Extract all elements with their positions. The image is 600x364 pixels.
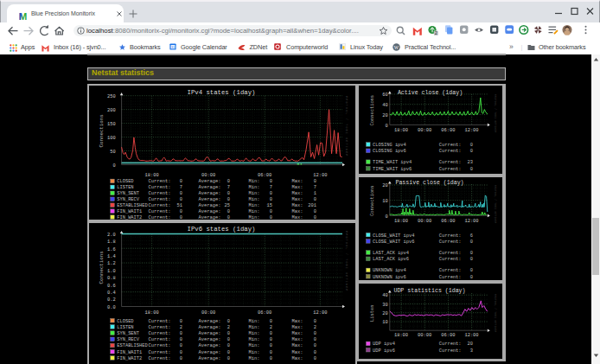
svg-text:06:00: 06:00 <box>441 128 455 133</box>
svg-text:0: 0 <box>386 124 388 129</box>
svg-text:SYN_RECV: SYN_RECV <box>117 197 140 202</box>
svg-text:Max:: Max: <box>292 215 303 220</box>
svg-text:Average:: Average: <box>199 325 221 330</box>
svg-text:18:00: 18:00 <box>145 173 159 178</box>
svg-text:06:00: 06:00 <box>441 333 455 338</box>
svg-text:0: 0 <box>180 350 182 355</box>
svg-text:0: 0 <box>314 331 316 336</box>
svg-text:30: 30 <box>382 303 387 308</box>
svg-text:0: 0 <box>314 197 316 202</box>
svg-text:1: 1 <box>314 191 316 196</box>
svg-text:0: 0 <box>227 209 230 214</box>
svg-text:Max:: Max: <box>292 185 303 190</box>
svg-text:00:00: 00:00 <box>418 128 431 133</box>
svg-text:12:00: 12:00 <box>464 333 478 338</box>
svg-text:Min:: Min: <box>249 350 260 355</box>
svg-text:0: 0 <box>470 268 473 273</box>
svg-text:150: 150 <box>107 122 116 127</box>
svg-text:CLOSING ipv6: CLOSING ipv6 <box>373 149 406 154</box>
svg-text:0: 0 <box>314 319 316 324</box>
svg-text:201: 201 <box>308 203 316 208</box>
svg-text:2: 2 <box>180 325 182 330</box>
svg-text:0: 0 <box>270 337 272 342</box>
svg-text:12:00: 12:00 <box>464 219 478 224</box>
svg-text:Max:: Max: <box>292 203 303 208</box>
svg-text:Current:: Current: <box>149 197 171 202</box>
svg-text:20: 20 <box>468 342 473 347</box>
svg-text:100: 100 <box>107 136 116 141</box>
svg-text:TIME_WAIT ipv6: TIME_WAIT ipv6 <box>373 167 412 172</box>
svg-text:0: 0 <box>227 343 230 348</box>
svg-text:Current:: Current: <box>149 191 171 196</box>
svg-text:0: 0 <box>270 319 272 324</box>
svg-text:Current:: Current: <box>149 331 171 336</box>
svg-text:0: 0 <box>180 215 182 220</box>
svg-text:0.4: 0.4 <box>107 291 116 296</box>
svg-text:LISTEN: LISTEN <box>117 185 133 190</box>
svg-text:Min:: Min: <box>249 215 260 220</box>
svg-text:0: 0 <box>314 209 316 214</box>
svg-text:0: 0 <box>227 179 230 184</box>
svg-text:06:00: 06:00 <box>258 310 271 316</box>
svg-text:7: 7 <box>314 185 316 190</box>
svg-text:Average:: Average: <box>199 319 221 324</box>
svg-text:0: 0 <box>314 356 316 361</box>
svg-text:12:00: 12:00 <box>464 128 478 133</box>
svg-text:0: 0 <box>227 215 230 220</box>
svg-text:20: 20 <box>382 183 387 188</box>
svg-text:Connections: Connections <box>370 95 375 126</box>
svg-text:Min:: Min: <box>249 356 260 361</box>
svg-text:0: 0 <box>470 239 473 245</box>
svg-text:0: 0 <box>314 350 316 355</box>
svg-text:LAST_ACK ipv6: LAST_ACK ipv6 <box>373 257 409 262</box>
svg-text:Current:: Current: <box>439 143 462 148</box>
svg-text:Current:: Current: <box>439 251 462 256</box>
svg-text:2.0: 2.0 <box>107 233 116 238</box>
svg-text:Min:: Min: <box>249 319 260 324</box>
svg-text:Current:: Current: <box>439 257 462 262</box>
svg-text:Current:: Current: <box>149 185 171 190</box>
svg-text:0: 0 <box>270 331 272 336</box>
svg-text:Current:: Current: <box>149 203 171 208</box>
svg-text:Listen: Listen <box>370 305 375 322</box>
svg-text:Min:: Min: <box>249 179 260 184</box>
svg-text:ESTABLISHED: ESTABLISHED <box>117 343 148 348</box>
svg-text:51: 51 <box>177 203 182 208</box>
svg-text:7: 7 <box>270 185 272 190</box>
svg-text:0: 0 <box>270 356 272 361</box>
svg-text:Max:: Max: <box>292 356 303 361</box>
svg-text:Min:: Min: <box>249 343 260 348</box>
svg-text:Max:: Max: <box>292 319 303 324</box>
svg-text:SYN_RECV: SYN_RECV <box>117 337 140 342</box>
svg-text:18:00: 18:00 <box>394 128 408 133</box>
svg-text:0: 0 <box>113 163 116 169</box>
svg-text:LAST_ACK ipv4: LAST_ACK ipv4 <box>373 251 409 256</box>
svg-text:UNKNOWN ipv6: UNKNOWN ipv6 <box>373 275 406 279</box>
svg-text:Max:: Max: <box>292 350 303 355</box>
svg-text:0: 0 <box>314 343 316 348</box>
svg-text:0: 0 <box>227 356 230 361</box>
svg-text:0: 0 <box>180 319 182 324</box>
svg-text:Current:: Current: <box>149 356 171 361</box>
svg-text:0: 0 <box>470 251 473 256</box>
svg-text:Average:: Average: <box>199 209 221 214</box>
svg-text:Current:: Current: <box>439 275 462 279</box>
svg-text:0.6: 0.6 <box>107 284 116 289</box>
svg-text:0: 0 <box>180 356 182 361</box>
svg-text:0: 0 <box>270 191 272 196</box>
svg-text:RRDTOOL / TOBI OETIKER: RRDTOOL / TOBI OETIKER <box>494 294 497 333</box>
svg-text:0: 0 <box>227 337 230 342</box>
svg-text:Max:: Max: <box>292 331 303 336</box>
svg-text:Average:: Average: <box>199 185 221 190</box>
svg-text:UDP statistics (1day): UDP statistics (1day) <box>393 288 465 294</box>
svg-text:0: 0 <box>180 343 182 348</box>
svg-text:FIN_WAIT1: FIN_WAIT1 <box>117 209 142 214</box>
svg-text:Max:: Max: <box>292 179 303 184</box>
svg-text:Max:: Max: <box>292 337 303 342</box>
svg-text:CLOSED: CLOSED <box>117 319 133 324</box>
svg-text:Current:: Current: <box>149 343 171 348</box>
svg-text:0: 0 <box>227 191 230 196</box>
svg-text:Current:: Current: <box>149 209 171 214</box>
svg-text:2: 2 <box>314 325 316 330</box>
svg-text:7: 7 <box>180 185 182 190</box>
